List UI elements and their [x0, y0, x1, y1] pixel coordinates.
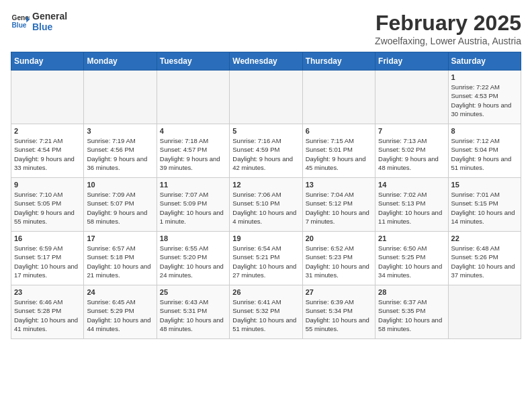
- day-info: Sunrise: 7:15 AM Sunset: 5:01 PM Dayligh…: [306, 136, 372, 172]
- day-number: 17: [87, 234, 153, 242]
- day-cell: 7Sunrise: 7:13 AM Sunset: 5:02 PM Daylig…: [375, 124, 448, 178]
- day-number: 26: [232, 288, 299, 296]
- day-info: Sunrise: 7:06 AM Sunset: 5:10 PM Dayligh…: [232, 190, 299, 226]
- day-info: Sunrise: 7:13 AM Sunset: 5:02 PM Dayligh…: [378, 136, 445, 172]
- day-number: 1: [451, 73, 518, 81]
- day-info: Sunrise: 6:39 AM Sunset: 5:34 PM Dayligh…: [306, 298, 372, 333]
- day-number: 24: [87, 288, 153, 296]
- logo-line2: Blue: [32, 21, 67, 32]
- day-cell: [448, 285, 521, 339]
- day-number: 28: [378, 288, 445, 296]
- day-info: Sunrise: 7:12 AM Sunset: 5:04 PM Dayligh…: [451, 136, 518, 172]
- day-cell: 24Sunrise: 6:45 AM Sunset: 5:29 PM Dayli…: [84, 285, 157, 339]
- day-cell: [11, 71, 84, 124]
- day-number: 16: [14, 234, 81, 242]
- title-block: February 2025 Zwoelfaxing, Lower Austria…: [375, 11, 521, 46]
- day-cell: 28Sunrise: 6:37 AM Sunset: 5:35 PM Dayli…: [375, 285, 448, 339]
- day-number: 5: [232, 127, 299, 135]
- day-cell: 17Sunrise: 6:57 AM Sunset: 5:18 PM Dayli…: [84, 232, 157, 285]
- day-cell: 16Sunrise: 6:59 AM Sunset: 5:17 PM Dayli…: [11, 232, 84, 285]
- day-cell: 20Sunrise: 6:52 AM Sunset: 5:23 PM Dayli…: [302, 232, 375, 285]
- day-cell: [230, 71, 302, 124]
- col-header-friday: Friday: [375, 52, 448, 71]
- day-number: 11: [160, 181, 226, 189]
- day-info: Sunrise: 6:57 AM Sunset: 5:18 PM Dayligh…: [87, 244, 153, 279]
- day-info: Sunrise: 7:21 AM Sunset: 4:54 PM Dayligh…: [14, 136, 81, 172]
- day-info: Sunrise: 6:46 AM Sunset: 5:28 PM Dayligh…: [14, 298, 81, 333]
- day-info: Sunrise: 7:01 AM Sunset: 5:15 PM Dayligh…: [451, 190, 518, 226]
- week-row-3: 9Sunrise: 7:10 AM Sunset: 5:05 PM Daylig…: [11, 178, 521, 232]
- week-row-5: 23Sunrise: 6:46 AM Sunset: 5:28 PM Dayli…: [11, 285, 521, 339]
- day-cell: 27Sunrise: 6:39 AM Sunset: 5:34 PM Dayli…: [302, 285, 375, 339]
- col-header-thursday: Thursday: [302, 52, 375, 71]
- logo-icon: General Blue: [11, 12, 30, 31]
- day-info: Sunrise: 6:55 AM Sunset: 5:20 PM Dayligh…: [160, 244, 226, 279]
- day-number: 27: [306, 288, 372, 296]
- day-info: Sunrise: 7:02 AM Sunset: 5:13 PM Dayligh…: [378, 190, 445, 226]
- week-row-1: 1Sunrise: 7:22 AM Sunset: 4:53 PM Daylig…: [11, 71, 521, 124]
- day-cell: 1Sunrise: 7:22 AM Sunset: 4:53 PM Daylig…: [448, 71, 521, 124]
- day-info: Sunrise: 6:59 AM Sunset: 5:17 PM Dayligh…: [14, 244, 81, 279]
- day-cell: 19Sunrise: 6:54 AM Sunset: 5:21 PM Dayli…: [230, 232, 302, 285]
- day-number: 4: [160, 127, 226, 135]
- day-number: 3: [87, 127, 153, 135]
- day-info: Sunrise: 6:54 AM Sunset: 5:21 PM Dayligh…: [232, 244, 299, 279]
- day-number: 14: [378, 181, 445, 189]
- day-number: 18: [160, 234, 226, 242]
- day-number: 15: [451, 181, 518, 189]
- day-number: 13: [306, 181, 372, 189]
- week-row-2: 2Sunrise: 7:21 AM Sunset: 4:54 PM Daylig…: [11, 124, 521, 178]
- week-row-4: 16Sunrise: 6:59 AM Sunset: 5:17 PM Dayli…: [11, 232, 521, 285]
- location-subtitle: Zwoelfaxing, Lower Austria, Austria: [375, 36, 521, 46]
- day-number: 6: [306, 127, 372, 135]
- day-number: 20: [306, 234, 372, 242]
- day-cell: [302, 71, 375, 124]
- day-info: Sunrise: 7:07 AM Sunset: 5:09 PM Dayligh…: [160, 190, 226, 226]
- day-cell: 5Sunrise: 7:16 AM Sunset: 4:59 PM Daylig…: [230, 124, 302, 178]
- col-header-wednesday: Wednesday: [230, 52, 302, 71]
- col-header-saturday: Saturday: [448, 52, 521, 71]
- day-cell: 10Sunrise: 7:09 AM Sunset: 5:07 PM Dayli…: [84, 178, 157, 232]
- day-number: 12: [232, 181, 299, 189]
- col-header-sunday: Sunday: [11, 52, 84, 71]
- day-info: Sunrise: 6:48 AM Sunset: 5:26 PM Dayligh…: [451, 244, 518, 279]
- day-info: Sunrise: 7:19 AM Sunset: 4:56 PM Dayligh…: [87, 136, 153, 172]
- day-info: Sunrise: 7:22 AM Sunset: 4:53 PM Dayligh…: [451, 83, 518, 118]
- svg-text:Blue: Blue: [12, 21, 27, 29]
- calendar-header-row: SundayMondayTuesdayWednesdayThursdayFrid…: [11, 52, 521, 71]
- day-number: 25: [160, 288, 226, 296]
- day-cell: [84, 71, 157, 124]
- day-cell: 13Sunrise: 7:04 AM Sunset: 5:12 PM Dayli…: [302, 178, 375, 232]
- day-cell: 23Sunrise: 6:46 AM Sunset: 5:28 PM Dayli…: [11, 285, 84, 339]
- day-number: 7: [378, 127, 445, 135]
- day-info: Sunrise: 7:16 AM Sunset: 4:59 PM Dayligh…: [232, 136, 299, 172]
- day-number: 21: [378, 234, 445, 242]
- day-cell: 3Sunrise: 7:19 AM Sunset: 4:56 PM Daylig…: [84, 124, 157, 178]
- day-cell: 9Sunrise: 7:10 AM Sunset: 5:05 PM Daylig…: [11, 178, 84, 232]
- day-cell: 26Sunrise: 6:41 AM Sunset: 5:32 PM Dayli…: [230, 285, 302, 339]
- day-cell: 14Sunrise: 7:02 AM Sunset: 5:13 PM Dayli…: [375, 178, 448, 232]
- day-cell: 12Sunrise: 7:06 AM Sunset: 5:10 PM Dayli…: [230, 178, 302, 232]
- day-cell: 15Sunrise: 7:01 AM Sunset: 5:15 PM Dayli…: [448, 178, 521, 232]
- day-info: Sunrise: 6:43 AM Sunset: 5:31 PM Dayligh…: [160, 298, 226, 333]
- day-cell: 2Sunrise: 7:21 AM Sunset: 4:54 PM Daylig…: [11, 124, 84, 178]
- day-cell: 18Sunrise: 6:55 AM Sunset: 5:20 PM Dayli…: [157, 232, 229, 285]
- day-info: Sunrise: 6:52 AM Sunset: 5:23 PM Dayligh…: [306, 244, 372, 279]
- day-number: 2: [14, 127, 81, 135]
- day-number: 22: [451, 234, 518, 242]
- day-info: Sunrise: 6:41 AM Sunset: 5:32 PM Dayligh…: [232, 298, 299, 333]
- day-cell: [157, 71, 229, 124]
- page-header: General Blue General Blue February 2025 …: [11, 11, 521, 46]
- logo: General Blue General Blue: [11, 11, 67, 32]
- day-info: Sunrise: 7:18 AM Sunset: 4:57 PM Dayligh…: [160, 136, 226, 172]
- month-title: February 2025: [375, 11, 521, 36]
- day-cell: 6Sunrise: 7:15 AM Sunset: 5:01 PM Daylig…: [302, 124, 375, 178]
- day-number: 8: [451, 127, 518, 135]
- day-cell: 25Sunrise: 6:43 AM Sunset: 5:31 PM Dayli…: [157, 285, 229, 339]
- logo-line1: General: [32, 11, 67, 21]
- day-cell: 4Sunrise: 7:18 AM Sunset: 4:57 PM Daylig…: [157, 124, 229, 178]
- col-header-tuesday: Tuesday: [157, 52, 229, 71]
- day-info: Sunrise: 7:04 AM Sunset: 5:12 PM Dayligh…: [306, 190, 372, 226]
- day-number: 19: [232, 234, 299, 242]
- day-info: Sunrise: 6:45 AM Sunset: 5:29 PM Dayligh…: [87, 298, 153, 333]
